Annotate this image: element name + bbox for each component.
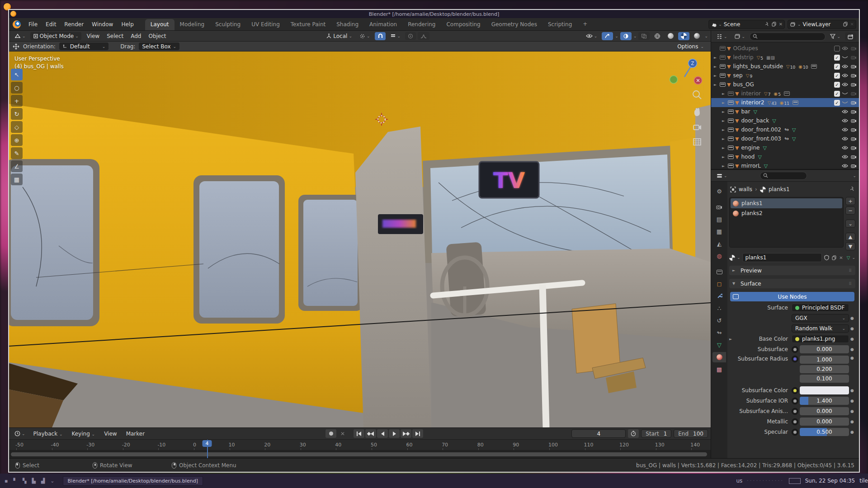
hide-in-viewport-toggle[interactable] (841, 73, 849, 78)
wm-icon[interactable]: ▟ (41, 478, 45, 484)
timeline-channel-band[interactable] (9, 450, 711, 458)
topbar-menu-item[interactable]: Help (117, 19, 137, 29)
animate-dot[interactable]: ● (849, 316, 855, 320)
surface-shader-field[interactable]: Principled BSDF (792, 304, 849, 312)
workspace-tab[interactable]: Animation (364, 19, 402, 30)
expander-icon[interactable]: ► (714, 83, 718, 87)
transform-tool[interactable]: ⊕ (11, 134, 23, 146)
breadcrumb-material[interactable]: planks1 (769, 186, 790, 192)
breadcrumb-object[interactable]: walls (739, 186, 752, 192)
play-button[interactable] (389, 429, 400, 438)
animate-dot[interactable]: ● (849, 347, 855, 352)
chevron-down-icon[interactable]: ⌄ (797, 22, 801, 27)
disable-in-render-toggle[interactable] (850, 109, 857, 114)
radius-g-slider[interactable]: 0.200 (800, 365, 849, 373)
expander-icon[interactable]: ► (714, 65, 718, 69)
properties-filter-dropdown[interactable]: ⌄ (853, 174, 856, 178)
pin-icon[interactable] (849, 186, 854, 192)
workspace-tab[interactable]: Scripting (542, 19, 577, 30)
tab-tool-properties[interactable]: ⚙ (712, 186, 726, 197)
disable-in-render-toggle[interactable] (850, 100, 857, 105)
frame-end-field[interactable]: End 100 (674, 429, 708, 438)
sss-method-dropdown[interactable]: Random Walk ⌄ (792, 324, 849, 333)
disable-in-render-toggle[interactable] (850, 127, 857, 132)
object-name[interactable]: hood (741, 154, 755, 160)
tab-world-properties[interactable]: ◍ (712, 251, 726, 261)
current-frame-field[interactable]: 4 (571, 429, 626, 438)
tab-object-data-properties[interactable]: ▽ (712, 340, 726, 350)
hide-in-viewport-toggle[interactable] (841, 145, 849, 150)
exclude-checkbox[interactable]: ✓ (834, 64, 840, 70)
properties-editor-type-button[interactable]: ⌄ (714, 172, 730, 180)
expander-icon[interactable]: ► (722, 146, 726, 150)
keying-set-clear-button[interactable]: ✕ (337, 429, 348, 438)
outliner-editor-type-button[interactable]: ⌄ (714, 33, 730, 41)
surface-panel-header[interactable]: ▼ Surface ⠿ (729, 279, 855, 288)
timeline-editor-type-button[interactable]: ⌄ (12, 430, 28, 438)
expander-icon[interactable]: ► (722, 155, 726, 159)
exclude-checkbox[interactable]: ✓ (834, 46, 840, 52)
snap-target-dropdown[interactable]: ⌄ (387, 32, 404, 40)
hide-in-viewport-toggle[interactable] (841, 82, 849, 87)
material-slot[interactable]: planks1 (731, 198, 842, 208)
object-name[interactable]: lights_bus_outside (733, 63, 783, 70)
measure-tool[interactable]: ∠ (11, 160, 23, 172)
specular-slider[interactable]: 0.500 (800, 428, 849, 436)
outliner-row[interactable]: ► ▼ engine ↬ ▽ ◉ ▦▨ ▽ ✓ (711, 143, 859, 152)
tab-texture-properties[interactable]: ▩ (712, 364, 726, 375)
tab-view-layer-properties[interactable]: ▦ (712, 226, 726, 237)
workspace-tab[interactable]: Shading (331, 19, 364, 30)
add-primitive-tool[interactable]: ▦ (11, 174, 23, 185)
disable-in-render-toggle[interactable] (850, 91, 857, 96)
object-name[interactable]: interior (741, 90, 761, 97)
snap-toggle[interactable] (375, 32, 386, 40)
object-name[interactable]: OGdupes (733, 45, 758, 52)
tab-constraint-properties[interactable]: ↬ (712, 328, 726, 338)
move-slot-down-button[interactable]: ▼ (845, 242, 855, 250)
animate-dot[interactable]: ● (849, 388, 855, 393)
options-dropdown[interactable]: Options ⌄ (674, 42, 707, 50)
outliner-row[interactable]: ► ▼ sep ↬ ▽9 ◉ ▦▨ ▽ ✓ (711, 71, 859, 80)
exclude-checkbox[interactable]: ✓ (834, 100, 840, 106)
transform-orientation-dropdown[interactable]: Local ⌄ (323, 32, 355, 40)
close-icon[interactable]: ✕ (850, 22, 854, 27)
timeline-menu-view[interactable]: View (100, 429, 120, 438)
hide-in-viewport-toggle[interactable] (841, 100, 849, 105)
timeline-menu-playback[interactable]: Playback ⌄ (30, 429, 66, 438)
falloff-dropdown[interactable] (418, 32, 429, 40)
chevron-down-icon[interactable]: ⌄ (852, 255, 855, 260)
new-copy-icon[interactable] (843, 21, 849, 27)
browse-material-icon[interactable] (729, 255, 735, 261)
preview-panel-header[interactable]: ► Preview ⠿ (729, 266, 855, 275)
play-reverse-button[interactable] (377, 429, 388, 438)
expander-icon[interactable]: ► (722, 92, 726, 96)
wm-icon[interactable]: ▪ (5, 478, 8, 484)
disable-in-render-toggle[interactable] (850, 73, 857, 78)
view-layer-selector[interactable]: ⌄ ViewLayer ✕ (788, 20, 856, 29)
expander-icon[interactable]: ► (722, 137, 726, 141)
new-copy-icon[interactable] (771, 21, 777, 27)
move-slot-up-button[interactable]: ▲ (845, 233, 855, 241)
object-name[interactable]: interior2 (741, 99, 764, 106)
wm-icon[interactable]: ▙ (32, 478, 35, 484)
object-name[interactable]: bar (741, 108, 750, 115)
subsurface-slider[interactable]: 0.000 (800, 345, 849, 353)
overlays-toggle[interactable] (620, 32, 632, 40)
overlays-dropdown[interactable]: ⌄ (633, 34, 637, 38)
outliner-row[interactable]: ► ▼ mirrorL ↬ ▽ ◉ ▦▨ ▽ ✓ (711, 161, 859, 169)
disable-in-render-toggle[interactable] (850, 136, 857, 141)
tab-render-properties[interactable] (712, 202, 726, 212)
shading-rendered-button[interactable] (691, 32, 703, 40)
hide-in-viewport-toggle[interactable] (841, 127, 849, 132)
new-copy-icon[interactable] (831, 255, 837, 261)
object-name[interactable]: bus_OG (733, 81, 754, 88)
use-preview-range-button[interactable] (628, 429, 639, 438)
outliner-row[interactable]: ► ▼ interior ↬ ▽7 ◉5 ▦▨ ▽ ✓ (711, 89, 859, 98)
close-icon[interactable]: ✕ (779, 22, 783, 27)
viewport-3d[interactable]: TV TV (9, 52, 711, 427)
previous-keyframe-button[interactable] (365, 429, 376, 438)
outliner-filter-button[interactable]: ⌄ (827, 33, 843, 41)
chevron-down-icon[interactable]: ⌄ (718, 22, 722, 27)
workspace-tab[interactable]: Rendering (402, 19, 441, 30)
expander-icon[interactable]: ► (722, 101, 726, 105)
